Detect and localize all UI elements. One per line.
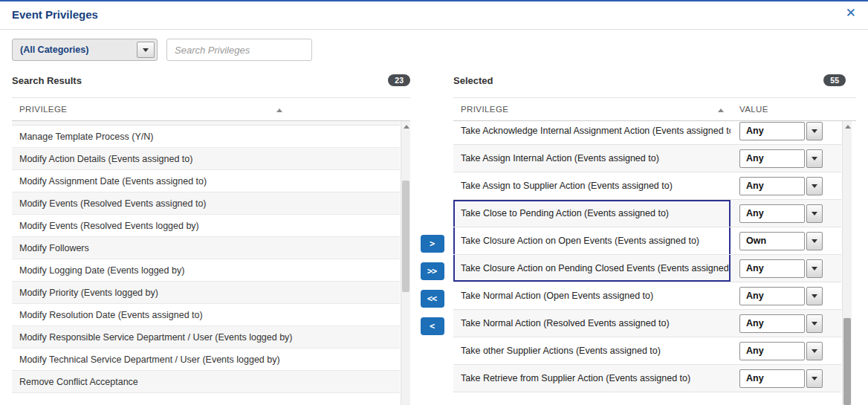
- selected-count-badge: 55: [823, 74, 846, 86]
- triangle-down-icon: [812, 184, 817, 188]
- privilege-cell[interactable]: Take Acknowledge Internal Assignment Act…: [453, 121, 731, 144]
- list-item[interactable]: Modify Priority (Events logged by): [12, 282, 400, 304]
- list-item[interactable]: Modify Responsible Service Department / …: [12, 326, 400, 349]
- chevron-down-icon[interactable]: [806, 177, 823, 195]
- selected-panel: Selected 55 PRIVILEGE VALUE Take Acknowl…: [453, 71, 856, 405]
- privilege-cell[interactable]: Take Retrieve from Supplier Action (Even…: [453, 365, 731, 392]
- triangle-down-icon: [812, 157, 817, 161]
- value-cell: Any: [739, 282, 823, 309]
- list-item[interactable]: Modify Technical Service Department / Us…: [12, 349, 400, 371]
- chevron-down-icon[interactable]: [806, 314, 823, 333]
- modal-header: Event Privileges ✕: [0, 1, 868, 30]
- privilege-cell[interactable]: Take other Supplier Actions (Events assi…: [453, 337, 731, 364]
- move-all-right-button[interactable]: >>: [421, 262, 444, 280]
- value-cell: Any: [739, 255, 823, 282]
- privilege-cell[interactable]: Take Assign Internal Action (Events assi…: [453, 145, 731, 172]
- value-cell: Any: [739, 365, 823, 392]
- value-select[interactable]: Own: [739, 232, 805, 250]
- scroll-up-icon[interactable]: [845, 125, 851, 129]
- list-item[interactable]: Modify Resolution Date (Events assigned …: [12, 304, 400, 326]
- value-column-label[interactable]: VALUE: [739, 105, 768, 114]
- value-cell: Any: [739, 200, 823, 227]
- chevron-down-icon[interactable]: [806, 204, 823, 223]
- value-cell: Any: [739, 145, 823, 172]
- search-results-scrollbar[interactable]: [401, 121, 410, 405]
- table-row[interactable]: Take other Supplier Actions (Events assi…: [453, 337, 841, 365]
- search-input[interactable]: [166, 39, 312, 61]
- privilege-column-header[interactable]: PRIVILEGE: [12, 97, 410, 121]
- category-dropdown[interactable]: (All Categories): [12, 39, 158, 61]
- search-results-list: Manage Template Process (Y/N)Modify Acti…: [12, 121, 400, 405]
- selected-scrollbar[interactable]: [842, 121, 852, 405]
- list-item[interactable]: Modify Assignment Date (Events assigned …: [12, 170, 400, 192]
- table-row[interactable]: Take Acknowledge Internal Assignment Act…: [453, 121, 841, 145]
- privilege-column-label[interactable]: PRIVILEGE: [461, 105, 508, 114]
- table-row[interactable]: Take Normal Action (Resolved Events assi…: [453, 310, 841, 337]
- value-select[interactable]: Any: [739, 287, 805, 305]
- value-select[interactable]: Any: [739, 177, 805, 195]
- table-row[interactable]: Take Assign to Supplier Action (Events a…: [453, 172, 841, 200]
- move-all-left-button[interactable]: <<: [421, 290, 444, 308]
- move-left-button[interactable]: <: [421, 317, 444, 335]
- list-item[interactable]: Remove Conflict Acceptance: [12, 371, 400, 393]
- value-select[interactable]: Any: [739, 314, 805, 333]
- value-cell: Any: [739, 310, 823, 337]
- selected-list: Take Acknowledge Internal Assignment Act…: [453, 121, 841, 392]
- value-select[interactable]: Any: [739, 122, 805, 140]
- table-row[interactable]: Take Closure Action on Pending Closed Ev…: [453, 255, 841, 282]
- value-select[interactable]: Any: [739, 259, 805, 278]
- value-cell: Any: [739, 172, 823, 199]
- triangle-down-icon: [812, 322, 817, 325]
- list-item[interactable]: Modify Action Details (Events assigned t…: [12, 148, 400, 170]
- chevron-down-icon[interactable]: [806, 259, 823, 278]
- selected-column-header[interactable]: PRIVILEGE VALUE: [453, 97, 856, 121]
- scroll-up-icon[interactable]: [404, 125, 409, 129]
- value-cell: Any: [739, 121, 823, 144]
- value-select[interactable]: Any: [739, 149, 805, 168]
- privilege-cell[interactable]: Take Normal Action (Resolved Events assi…: [453, 310, 731, 337]
- search-results-header: Search Results 23: [12, 71, 410, 89]
- table-row[interactable]: Take Closure Action on Open Events (Even…: [453, 227, 841, 255]
- triangle-down-icon: [812, 212, 817, 216]
- list-item[interactable]: Modify Events (Resolved Events logged by…: [12, 215, 400, 237]
- privilege-column-label[interactable]: PRIVILEGE: [19, 105, 67, 114]
- value-select[interactable]: Any: [739, 342, 805, 360]
- page-title: Event Privileges: [12, 8, 98, 21]
- table-row[interactable]: Take Retrieve from Supplier Action (Even…: [453, 365, 841, 392]
- list-item[interactable]: Modify Logging Date (Events logged by): [12, 259, 400, 282]
- triangle-down-icon: [812, 377, 817, 380]
- table-row[interactable]: Take Normal Action (Open Events assigned…: [453, 282, 841, 310]
- value-select[interactable]: Any: [739, 204, 805, 223]
- search-results-count-badge: 23: [388, 74, 410, 86]
- privilege-cell[interactable]: Take Normal Action (Open Events assigned…: [453, 282, 731, 309]
- table-row[interactable]: Take Close to Pending Action (Events ass…: [453, 200, 841, 227]
- scrollbar-thumb[interactable]: [402, 181, 409, 292]
- transfer-buttons: > >> << <: [421, 235, 444, 335]
- chevron-down-icon[interactable]: [806, 149, 823, 168]
- close-icon[interactable]: ✕: [846, 5, 856, 21]
- chevron-down-icon[interactable]: [806, 232, 823, 250]
- chevron-down-icon[interactable]: [806, 122, 823, 140]
- privilege-cell[interactable]: Take Closure Action on Open Events (Even…: [453, 227, 731, 254]
- privilege-cell[interactable]: Take Close to Pending Action (Events ass…: [453, 200, 731, 227]
- filter-bar: (All Categories): [12, 39, 312, 61]
- sort-asc-icon: [276, 108, 282, 112]
- privilege-cell[interactable]: Take Assign to Supplier Action (Events a…: [453, 172, 731, 199]
- category-dropdown-value: (All Categories): [20, 45, 88, 55]
- privilege-cell[interactable]: Take Closure Action on Pending Closed Ev…: [453, 255, 731, 282]
- sort-asc-icon: [718, 108, 724, 112]
- chevron-down-icon[interactable]: [806, 287, 823, 305]
- triangle-down-icon: [143, 48, 149, 52]
- triangle-down-icon: [812, 349, 817, 353]
- move-right-button[interactable]: >: [421, 235, 444, 253]
- chevron-down-icon[interactable]: [137, 42, 155, 58]
- chevron-down-icon[interactable]: [806, 369, 823, 388]
- list-item[interactable]: Manage Template Process (Y/N): [12, 126, 400, 148]
- table-row[interactable]: Take Assign Internal Action (Events assi…: [453, 145, 841, 172]
- list-item[interactable]: Modify Followers: [12, 237, 400, 259]
- triangle-down-icon: [812, 129, 817, 133]
- list-item[interactable]: Modify Events (Resolved Events assigned …: [12, 192, 400, 215]
- scrollbar-thumb[interactable]: [843, 318, 851, 405]
- chevron-down-icon[interactable]: [806, 342, 823, 360]
- value-select[interactable]: Any: [739, 369, 805, 388]
